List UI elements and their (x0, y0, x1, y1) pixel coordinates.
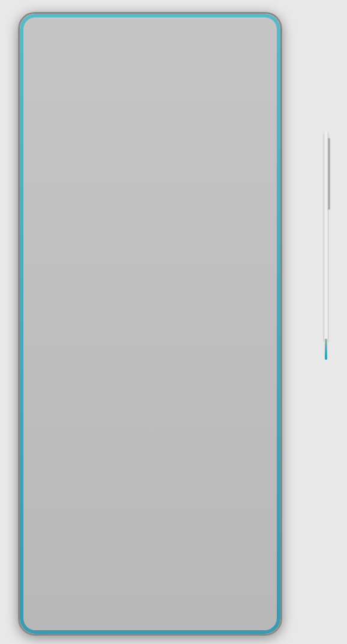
dpad-right-btn[interactable]: ▶ (169, 358, 184, 370)
shift-button[interactable]: Shift (34, 386, 67, 400)
graph-paste-icon[interactable] (251, 281, 262, 290)
graph-icons (238, 281, 262, 290)
softkey-main-btn[interactable]: √α (106, 314, 130, 333)
menu-diamond[interactable]: ◆ (122, 46, 127, 54)
gear-icon[interactable]: ⚙ (38, 46, 47, 54)
power-icon: ⏻ (233, 389, 240, 396)
menu-edit[interactable]: Edit (52, 46, 63, 54)
stylus (322, 132, 330, 360)
key-open-paren[interactable]: ( (34, 429, 70, 452)
key-caret[interactable]: ∧ (191, 404, 227, 426)
dpad: ▲ ▼ ◀ ▶ (136, 346, 184, 382)
calculator-body: CASIO fx-CG500 ⚙ Edit Zoom Analysis ◆ (18, 12, 282, 636)
svg-rect-67 (177, 318, 182, 323)
clear-button[interactable]: ⏻ Clear (226, 386, 266, 400)
key-row-3: ) 4 5 6 − (34, 455, 266, 478)
key-1[interactable]: 1 (73, 481, 109, 504)
toolbar-window-btn[interactable] (92, 57, 109, 70)
softkey-rotate-btn[interactable]: ↺ (202, 314, 226, 333)
key-exp[interactable]: EXP (154, 507, 208, 529)
key-subtract[interactable]: − (191, 455, 227, 478)
key-4[interactable]: 4 (73, 455, 109, 478)
svg-text:+: + (162, 278, 164, 282)
backspace-button[interactable]: ← (241, 354, 266, 374)
func-checkbox-yt1[interactable]: ✓ (38, 97, 46, 104)
softkey-resize-btn[interactable] (138, 314, 162, 333)
scroll-down-arrow[interactable]: ▼ (256, 173, 264, 182)
toolbar-view-btn[interactable] (131, 57, 148, 70)
func-checkbox-xt1[interactable]: ✓ (38, 88, 46, 95)
key-8[interactable]: 8 (112, 429, 148, 452)
svg-text:7: 7 (253, 240, 255, 245)
graph-yt-coord: yt=-2.842077 (199, 284, 234, 289)
graph-area[interactable]: -7 -6 -5 -4 -3 -2 0 1 2 3 4 5 6 (36, 183, 264, 291)
status-text: Rad Real (41, 294, 74, 303)
key-negative[interactable]: (−) (34, 507, 62, 529)
softkey-menu-btn[interactable] (74, 314, 98, 333)
key-3[interactable]: 3 (152, 481, 188, 504)
func-checkbox-y5[interactable] (38, 142, 46, 149)
status-bar: Rad Real (36, 291, 264, 305)
key-z[interactable]: z (152, 404, 188, 426)
softkey-label-rotate: Rotate (199, 307, 229, 313)
key-y[interactable]: y (112, 404, 148, 426)
key-space[interactable] (230, 455, 266, 478)
keyboard-button[interactable]: Keyboard (34, 357, 78, 371)
key-comma[interactable]: , (34, 481, 70, 504)
clear-label: Clear (242, 389, 259, 397)
softkey-label-swap: Swap (167, 307, 198, 313)
softkey-swap-btn[interactable] (170, 314, 195, 333)
battery-fill (246, 296, 255, 301)
key-close-paren[interactable]: ) (34, 455, 70, 478)
toolbar-table-btn[interactable] (73, 57, 90, 70)
tab-sheet4[interactable]: Sheet4 (131, 73, 161, 84)
tab-sheet2[interactable]: Sheet2 (68, 73, 99, 84)
key-add[interactable]: + (191, 481, 227, 504)
toolbar-right-arrow[interactable]: ▶ (253, 57, 262, 70)
func-checkbox-y3[interactable] (38, 119, 46, 127)
tab-sheet5[interactable]: Sheet5 (162, 73, 193, 84)
key-7[interactable]: 7 (73, 429, 109, 452)
key-2[interactable]: 2 (112, 481, 148, 504)
toolbar-labels: Y1： Y2： (38, 57, 50, 70)
svg-text:(-0.705,-1.727): (-0.705,-1.727) (118, 261, 160, 267)
func-checkbox-y2[interactable] (38, 108, 46, 115)
key-equals[interactable]: = (34, 404, 70, 426)
dpad-center-btn[interactable] (149, 353, 170, 375)
key-0[interactable]: 0 (65, 507, 120, 529)
menu-zoom[interactable]: Zoom (69, 46, 86, 54)
close-icon[interactable]: × (255, 46, 262, 54)
toolbar-xy-btn[interactable]: xy (150, 57, 167, 70)
tab-sheet1[interactable]: Sheet1 (37, 73, 68, 84)
svg-rect-3 (96, 60, 106, 67)
graph-func-line2: yt1=4·sin(t)+0.2 (37, 192, 89, 199)
screen-housing: ⚙ Edit Zoom Analysis ◆ × Y1： Y2 (33, 41, 267, 338)
softkey-label-main: Main (103, 307, 133, 313)
softkey-label-settings: Settings (38, 307, 68, 313)
softkey-esc-btn[interactable]: ↩ (235, 314, 259, 333)
toolbar-zoom-btn[interactable] (112, 57, 128, 70)
key-exe[interactable]: EXE (211, 507, 266, 529)
key-del[interactable]: DEL (230, 429, 266, 452)
func-checkbox-y4[interactable] (38, 131, 46, 138)
dpad-left-btn[interactable]: ◀ (136, 358, 150, 370)
key-9[interactable]: 9 (152, 429, 188, 452)
func-yt1-label: yt1=4·sin(t)+0.2 (48, 97, 117, 105)
key-row-4: , 1 2 3 + (34, 481, 266, 504)
key-multiply[interactable]: × (191, 429, 227, 452)
toolbar-graph-btn[interactable] (54, 57, 71, 70)
tab-sheet3[interactable]: Sheet3 (100, 73, 130, 84)
svg-rect-68 (183, 324, 188, 329)
key-divide[interactable]: ÷ (230, 404, 266, 426)
key-5[interactable]: 5 (112, 455, 148, 478)
key-6[interactable]: 6 (152, 455, 188, 478)
scroll-up-arrow[interactable]: ▲ (256, 85, 264, 94)
softkey-settings-btn[interactable]: ⚙ (41, 314, 65, 333)
key-x[interactable]: x (73, 404, 109, 426)
graph-copy-icon[interactable] (238, 281, 249, 290)
menu-analysis[interactable]: Analysis (92, 46, 116, 54)
key-decimal[interactable]: . (123, 507, 151, 529)
func-checkbox-y6[interactable] (38, 154, 46, 161)
func-xt1-label: xt1=4·cos(t)+2.8 (48, 87, 117, 95)
func-row-y5: y5：□ (38, 140, 262, 151)
